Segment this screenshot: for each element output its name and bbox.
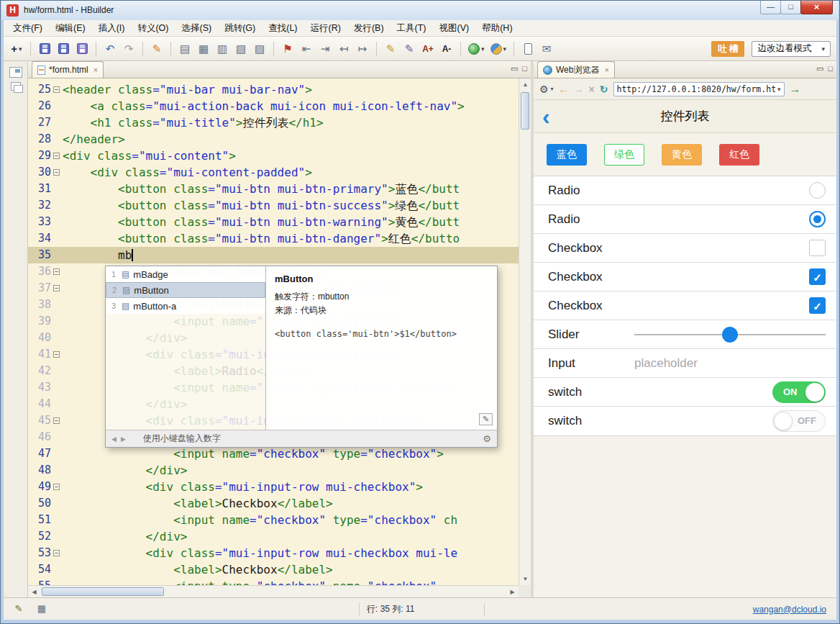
next-page-icon[interactable]: ▶ [121, 435, 126, 443]
menu-item[interactable]: 跳转(G) [218, 20, 262, 36]
gear-icon[interactable]: ⚙ [483, 433, 491, 444]
autocomplete-item[interactable]: 1▤mBadge [106, 266, 265, 282]
run-in-browser-icon[interactable]: ▾ [466, 40, 487, 58]
menu-item[interactable]: 帮助(H) [475, 20, 519, 36]
menu-item[interactable]: 查找(L) [262, 20, 303, 36]
fold-marker-icon[interactable]: − [51, 346, 61, 363]
copy-pages-icon[interactable] [11, 82, 21, 91]
vertical-scroll-thumb[interactable] [521, 92, 529, 130]
scroll-right-icon[interactable]: ▶ [507, 587, 518, 597]
save-as-icon[interactable] [73, 40, 91, 58]
radio-control[interactable] [809, 211, 826, 227]
horizontal-scrollbar[interactable]: ◀ ▶ [28, 585, 519, 597]
indent-icon[interactable]: ▧ [232, 40, 250, 58]
new-file-button[interactable]: +▾ [8, 40, 25, 58]
fold-marker-icon[interactable]: − [51, 148, 61, 164]
view-mode-select[interactable]: 边改边看模式 ▾ [752, 41, 831, 57]
mui-button-primary[interactable]: 蓝色 [547, 144, 587, 166]
menu-item[interactable]: 选择(S) [175, 20, 219, 36]
maximize-view-icon[interactable]: □ [522, 64, 527, 73]
format-code-icon[interactable]: ▦ [195, 40, 212, 58]
close-icon[interactable]: × [603, 65, 608, 74]
gear-icon[interactable]: ⚙ [539, 84, 549, 94]
switch-control[interactable]: ON [772, 381, 826, 403]
scroll-down-icon[interactable]: ▼ [520, 574, 531, 584]
fold-marker-icon[interactable]: − [51, 412, 61, 429]
address-input[interactable] [617, 84, 775, 94]
next-edit-icon[interactable]: ↦ [354, 40, 371, 58]
message-icon[interactable]: ✉ [538, 40, 555, 58]
mui-button-danger[interactable]: 红色 [719, 144, 759, 166]
close-icon[interactable]: × [92, 65, 98, 74]
fold-marker-icon[interactable]: − [51, 479, 61, 495]
undo-icon[interactable]: ↶ [101, 40, 119, 58]
hbuilder-logo-icon[interactable]: H [6, 4, 19, 17]
maximize-view-icon[interactable]: □ [828, 64, 833, 73]
scroll-left-icon[interactable]: ◀ [29, 587, 40, 597]
font-smaller-icon[interactable]: A- [438, 40, 455, 58]
menu-item[interactable]: 工具(T) [391, 20, 433, 36]
back-chevron-icon[interactable]: ‹ [542, 101, 550, 132]
highlighter-icon[interactable]: ✎ [382, 40, 399, 58]
tab-form-html[interactable]: *form.html × [32, 61, 104, 78]
restore-panel-icon[interactable] [9, 67, 22, 78]
font-larger-icon[interactable]: A+ [419, 40, 437, 58]
menu-item[interactable]: 转义(O) [131, 20, 175, 36]
forward-icon[interactable]: → [574, 84, 584, 94]
prev-bookmark-icon[interactable]: ⇤ [298, 40, 315, 58]
minimize-view-icon[interactable]: ▭ [511, 64, 518, 73]
user-account-link[interactable]: wangan@dcloud.io [753, 605, 826, 615]
scroll-up-icon[interactable]: ▲ [520, 79, 531, 90]
comment-icon[interactable]: ▨ [251, 40, 268, 58]
fold-marker-icon[interactable]: − [51, 81, 61, 98]
next-bookmark-icon[interactable]: ⇥ [316, 40, 334, 58]
autocomplete-item[interactable]: 2▤mButton [106, 282, 265, 298]
radio-control[interactable] [809, 182, 826, 199]
menu-item[interactable]: 编辑(E) [49, 20, 92, 36]
minimize-view-icon[interactable]: ▭ [816, 64, 823, 73]
slider-control[interactable] [634, 320, 826, 349]
menu-item[interactable]: 插入(I) [92, 20, 132, 36]
mui-button-warning[interactable]: 黄色 [662, 144, 702, 166]
prev-page-icon[interactable]: ◀ [111, 435, 117, 443]
back-icon[interactable]: ← [559, 84, 569, 94]
marker-pen-icon[interactable]: ✎ [401, 40, 418, 58]
fold-marker-icon[interactable]: − [51, 280, 61, 297]
maximize-button[interactable]: □ [780, 1, 801, 14]
feedback-button[interactable]: 吐 槽 [711, 41, 744, 57]
fold-marker-icon[interactable]: − [51, 545, 61, 561]
bookmark-icon[interactable]: ⚑ [279, 40, 296, 58]
notes-icon[interactable]: ✎ [12, 602, 25, 615]
fold-marker-icon[interactable]: − [51, 164, 61, 181]
prev-edit-icon[interactable]: ↤ [335, 40, 352, 58]
mui-button-success[interactable]: 绿色 [604, 144, 644, 166]
vertical-scrollbar[interactable]: ▲ ▼ [519, 78, 531, 585]
text-input[interactable]: placeholder [634, 349, 698, 378]
chevron-down-icon[interactable]: ▾ [777, 86, 781, 93]
switch-control[interactable]: OFF [772, 410, 826, 432]
checkbox-control[interactable]: ✓ [809, 268, 826, 285]
autocomplete-item[interactable]: 3▤mButton-a [106, 298, 265, 314]
horizontal-scroll-thumb[interactable] [42, 587, 164, 596]
chevron-down-icon[interactable]: ▾ [551, 86, 554, 92]
menu-item[interactable]: 视图(V) [433, 20, 476, 36]
menu-item[interactable]: 文件(F) [6, 20, 49, 36]
stop-icon[interactable]: × [589, 84, 595, 94]
edit-snippet-icon[interactable]: ✎ [479, 413, 493, 425]
slider-thumb[interactable] [722, 327, 738, 343]
save-all-icon[interactable] [55, 40, 72, 58]
go-icon[interactable]: → [790, 83, 801, 95]
wrap-line-icon[interactable]: ▥ [214, 40, 231, 58]
redo-icon[interactable]: ↷ [120, 40, 137, 58]
fold-marker-icon[interactable]: − [51, 263, 61, 280]
run-in-chrome-icon[interactable]: ▾ [488, 40, 509, 58]
reformat-icon[interactable]: ✎ [148, 40, 165, 58]
minimize-button[interactable]: — [760, 1, 781, 14]
menu-item[interactable]: 运行(R) [304, 20, 347, 36]
tab-web-browser[interactable]: Web浏览器 × [537, 61, 615, 78]
tasks-icon[interactable]: ▦ [35, 602, 48, 615]
close-button[interactable]: × [800, 1, 833, 14]
menu-item[interactable]: 发行(B) [347, 20, 391, 36]
save-icon[interactable] [36, 40, 53, 58]
refresh-icon[interactable]: ↻ [600, 84, 608, 94]
